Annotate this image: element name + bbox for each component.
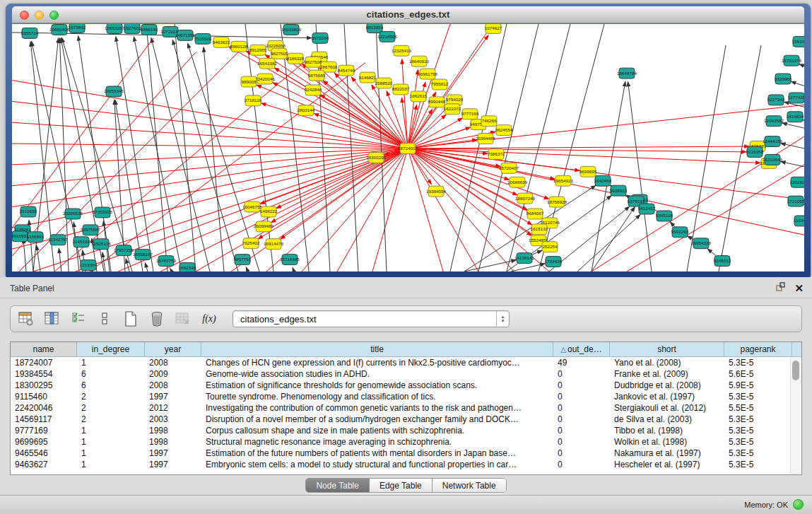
graph-node[interactable]: 18807249 [515, 193, 535, 204]
table-cell[interactable]: 1 [77, 460, 145, 469]
table-cell[interactable]: Stergiakouli et al. (2012) [610, 403, 724, 413]
graph-node[interactable]: 7625402 [242, 238, 260, 249]
graph-node[interactable]: 16782759 [156, 256, 176, 267]
column-header-pagerank[interactable]: pagerank [724, 342, 792, 356]
table-cell[interactable]: Corpus callosum shape and size in male p… [201, 426, 553, 436]
graph-node[interactable]: 15751074 [782, 55, 801, 66]
graph-node[interactable]: 989008 [241, 76, 257, 87]
graph-node[interactable]: 19384554 [426, 186, 446, 197]
table-cell[interactable]: 2008 [145, 380, 201, 390]
table-cell[interactable]: 1998 [145, 426, 201, 436]
graph-node[interactable]: 14136141 [514, 253, 534, 264]
table-cell[interactable]: Tibbo et al. (1998) [610, 426, 724, 436]
attribute-checklist-icon[interactable] [70, 310, 87, 327]
float-panel-icon[interactable] [776, 282, 786, 295]
table-cell[interactable]: 14569117 [11, 414, 77, 424]
table-cell[interactable]: Yano et al. (2008) [610, 358, 724, 368]
graph-node[interactable]: 9355724 [21, 28, 39, 38]
graph-node[interactable]: 1673842 [69, 24, 86, 33]
table-cell[interactable]: Wolkin et al. (1998) [610, 437, 724, 447]
graph-node[interactable]: 2588520 [375, 78, 393, 88]
graph-node[interactable]: 1414834 [787, 112, 804, 122]
graph-node[interactable]: 16954328 [691, 238, 711, 249]
table-cell[interactable]: Dudbridge et al. (2008) [610, 380, 724, 390]
table-row[interactable]: 946554611997Estimation of the future num… [11, 448, 801, 459]
graph-node[interactable]: 1277435 [788, 93, 804, 103]
table-cell[interactable]: Estimation of the future numbers of pati… [201, 448, 553, 458]
table-cell[interactable]: 5.3E-5 [724, 358, 792, 368]
graph-node[interactable]: 1498222 [260, 206, 278, 217]
function-builder-icon[interactable]: f(x) [201, 310, 218, 327]
scrollbar-thumb[interactable] [792, 361, 799, 380]
table-cell[interactable]: 9777169 [11, 426, 77, 436]
graph-node[interactable]: 23420046 [255, 74, 275, 84]
column-header-title[interactable]: title [201, 342, 553, 356]
graph-node[interactable]: 18640910 [409, 56, 429, 66]
graph-node[interactable]: 17359928 [93, 207, 112, 218]
table-cell[interactable]: 5.3E-5 [724, 437, 792, 447]
column-header-outde[interactable]: △out_de… [553, 342, 610, 356]
graph-node[interactable]: 1213384 [80, 260, 98, 271]
graph-node[interactable]: 20691406 [49, 24, 69, 35]
graph-node[interactable]: 8215358 [746, 147, 764, 158]
table-row[interactable]: 1938455462009Genome-wide association stu… [11, 368, 801, 380]
graph-node[interactable]: 9227343 [767, 95, 785, 105]
table-cell[interactable]: Nakamura et al. (1997) [610, 448, 724, 458]
graph-node[interactable]: 19654923 [553, 175, 573, 186]
graph-node[interactable]: 746266 [481, 116, 497, 127]
table-cell[interactable]: Embryonic stem cells: a model to study s… [201, 460, 553, 469]
rows-icon[interactable] [96, 310, 113, 327]
table-cell[interactable]: 18300295 [11, 380, 77, 390]
table-row[interactable]: 969969511998Structural magnetic resonanc… [11, 436, 801, 448]
graph-node[interactable]: 1527602 [124, 24, 141, 33]
table-cell[interactable]: 2012 [145, 403, 201, 413]
graph-node[interactable]: 2718126 [245, 95, 262, 106]
graph-node[interactable]: 17957255 [114, 245, 134, 256]
delete-attribute-icon[interactable] [148, 310, 165, 327]
table-cell[interactable]: 9699695 [11, 437, 77, 447]
tab-edge-table[interactable]: Edge Table [370, 479, 433, 492]
graph-node[interactable]: 16961758 [418, 69, 437, 79]
table-cell[interactable]: 2 [77, 403, 145, 413]
graph-node[interactable]: 1621072 [444, 104, 461, 115]
table-cell[interactable]: 49 [553, 358, 610, 368]
graph-node[interactable]: 9245012 [714, 256, 731, 267]
table-cell[interactable]: Disruption of a novel member of a sodium… [201, 414, 553, 424]
table-cell[interactable]: Changes of HCN gene expression and I(f) … [201, 358, 553, 368]
graph-node[interactable]: 9242848 [305, 85, 322, 95]
table-row[interactable]: 1830029562008Estimation of significance … [11, 380, 801, 391]
table-cell[interactable]: Franke et al. (2009) [610, 369, 724, 379]
graph-node[interactable]: 12218506 [377, 31, 397, 42]
column-header-name[interactable]: name [11, 342, 77, 356]
graph-node[interactable]: 12444158 [763, 136, 782, 147]
graph-node[interactable]: 1615132 [531, 224, 548, 235]
table-row[interactable]: 946362711997Embryonic stem cells: a mode… [11, 459, 801, 470]
graph-node[interactable]: 10688639 [507, 177, 527, 187]
graph-node[interactable]: 16648784 [617, 68, 637, 78]
table-cell[interactable]: 19384554 [11, 369, 77, 379]
table-cell[interactable]: 0 [553, 392, 610, 402]
graph-node[interactable]: 3624554 [495, 125, 513, 136]
table-cell[interactable]: 5.9E-5 [724, 380, 792, 390]
graph-node[interactable]: 9827505 [271, 48, 288, 59]
window-titlebar[interactable]: citations_edges.txt [12, 6, 804, 23]
graph-node[interactable]: 16543382 [257, 58, 277, 69]
vertical-scrollbar[interactable] [790, 358, 801, 474]
table-cell[interactable]: 2008 [145, 358, 201, 368]
table-cell[interactable]: Genome-wide association studies in ADHD. [201, 369, 553, 379]
graph-node[interactable]: 7515526 [194, 33, 212, 44]
graph-node[interactable]: 16033809 [281, 24, 301, 35]
table-cell[interactable]: Investigating the contribution of common… [201, 403, 553, 413]
graph-node[interactable]: 8960128 [230, 41, 248, 52]
column-header-short[interactable]: short [610, 342, 724, 356]
table-row[interactable]: 1456911722003Disruption of a novel membe… [11, 414, 801, 425]
table-cell[interactable]: de Silva et al. (2003) [610, 414, 724, 424]
table-cell[interactable]: 9465546 [11, 448, 77, 458]
table-cell[interactable]: 5.5E-5 [724, 403, 792, 413]
table-cell[interactable]: 0 [553, 403, 610, 413]
table-cell[interactable]: 2 [77, 392, 145, 402]
table-cell[interactable]: Structural magnetic resonance image aver… [201, 437, 553, 447]
table-cell[interactable]: 1 [77, 437, 145, 447]
graph-node[interactable]: 20206536 [63, 209, 83, 219]
graph-node[interactable]: 1591082 [792, 36, 804, 47]
